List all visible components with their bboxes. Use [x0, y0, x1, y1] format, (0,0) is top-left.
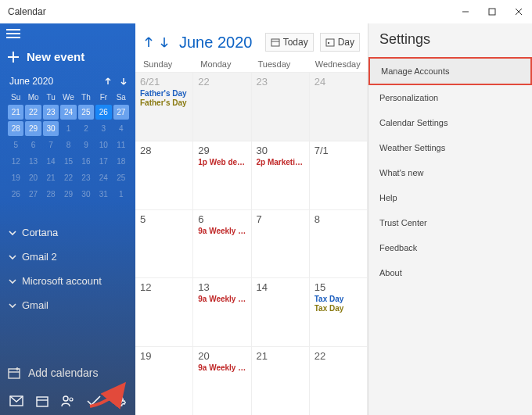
mini-day[interactable]: 12 — [8, 154, 23, 169]
calendar-account[interactable]: Gmail 2 — [5, 246, 131, 267]
mini-prev-button[interactable] — [104, 77, 112, 85]
mini-day[interactable]: 21 — [8, 105, 23, 120]
calendar-cell[interactable]: 21 — [252, 346, 310, 415]
mail-icon[interactable] — [9, 393, 24, 409]
calendar-cell[interactable]: 209a Weekly tear — [193, 346, 251, 415]
mini-day[interactable]: 26 — [8, 187, 23, 202]
mini-day[interactable]: 10 — [95, 138, 111, 152]
mini-day[interactable]: 29 — [25, 121, 41, 136]
calendar-cell[interactable]: 14 — [252, 277, 310, 346]
settings-item[interactable]: About — [368, 260, 532, 285]
add-calendars-button[interactable]: Add calendars — [0, 359, 135, 387]
current-month-label[interactable]: June 2020 — [179, 34, 252, 52]
calendar-event[interactable]: Father's Day — [140, 98, 188, 107]
mini-day[interactable]: 24 — [95, 170, 111, 185]
calendar-cell[interactable]: 6/21Father's DayFather's Day — [135, 72, 193, 141]
mini-day[interactable]: 8 — [60, 138, 76, 152]
mini-day[interactable]: 13 — [25, 154, 41, 169]
settings-item[interactable]: Weather Settings — [368, 135, 532, 160]
mini-day[interactable]: 28 — [8, 121, 23, 136]
todo-icon[interactable] — [86, 393, 102, 409]
mini-day[interactable]: 7 — [43, 138, 59, 152]
calendar-event[interactable]: 9a Weekly tear — [198, 227, 246, 235]
calendar-cell[interactable]: 69a Weekly tear — [193, 209, 251, 278]
next-period-button[interactable] — [159, 36, 170, 48]
calendar-cell[interactable]: 24 — [310, 72, 368, 141]
mini-day[interactable]: 29 — [60, 187, 76, 202]
new-event-button[interactable]: New event — [0, 47, 135, 74]
today-button[interactable]: Today — [265, 33, 314, 52]
hamburger-button[interactable] — [0, 23, 135, 47]
settings-item[interactable]: Trust Center — [368, 210, 532, 235]
mini-day[interactable]: 20 — [25, 170, 41, 185]
calendar-event[interactable]: Father's Day — [140, 89, 188, 98]
calendar-cell[interactable]: 7/1 — [310, 141, 368, 209]
calendar-account[interactable]: Cortana — [5, 222, 131, 243]
close-button[interactable] — [505, 0, 532, 23]
mini-day[interactable]: 24 — [60, 105, 76, 120]
mini-day[interactable]: 5 — [8, 138, 23, 152]
calendar-event[interactable]: Tax Day — [315, 295, 362, 303]
mini-day[interactable]: 18 — [113, 154, 129, 169]
mini-day[interactable]: 3 — [95, 121, 111, 136]
mini-day[interactable]: 23 — [78, 170, 94, 185]
calendar-account[interactable]: Microsoft account — [5, 270, 131, 292]
settings-item[interactable]: Personalization — [368, 85, 532, 110]
day-view-button[interactable]: Day — [320, 33, 360, 52]
settings-item[interactable]: Calendar Settings — [368, 110, 532, 135]
calendar-cell[interactable]: 28 — [135, 141, 193, 209]
mini-day[interactable]: 17 — [95, 154, 111, 169]
mini-day[interactable]: 28 — [43, 187, 59, 202]
mini-day[interactable]: 14 — [43, 154, 59, 169]
calendar-cell[interactable]: 291p Web design — [193, 141, 251, 209]
mini-day[interactable]: 6 — [25, 138, 41, 152]
mini-day[interactable]: 22 — [25, 105, 41, 120]
mini-day[interactable]: 1 — [60, 121, 76, 136]
settings-item[interactable]: Manage Accounts — [368, 57, 532, 85]
calendar-cell[interactable]: 22 — [193, 72, 251, 141]
mini-day[interactable]: 27 — [113, 105, 129, 120]
calendar-cell[interactable]: 5 — [135, 209, 193, 278]
prev-period-button[interactable] — [143, 36, 154, 48]
mini-day[interactable]: 25 — [113, 170, 129, 185]
calendar-event[interactable]: 9a Weekly tear — [198, 295, 246, 303]
mini-day[interactable]: 11 — [113, 138, 129, 152]
mini-day[interactable]: 9 — [78, 138, 94, 152]
mini-day[interactable]: 31 — [95, 187, 111, 202]
calendar-cell[interactable]: 12 — [135, 277, 193, 346]
calendar-event[interactable]: 9a Weekly tear — [198, 363, 246, 372]
people-icon[interactable] — [60, 393, 76, 409]
mini-day[interactable]: 19 — [8, 170, 23, 185]
calendar-event[interactable]: 2p Marketing c — [257, 158, 304, 166]
mini-day[interactable]: 30 — [43, 121, 59, 136]
minimize-button[interactable] — [452, 0, 479, 23]
calendar-cell[interactable]: 23 — [252, 72, 310, 141]
calendar-icon[interactable] — [34, 393, 50, 409]
mini-day[interactable]: 30 — [78, 187, 94, 202]
calendar-cell[interactable]: 7 — [252, 209, 310, 278]
settings-gear-icon[interactable] — [112, 393, 128, 409]
calendar-cell[interactable]: 302p Marketing c — [252, 141, 310, 209]
maximize-button[interactable] — [479, 0, 505, 23]
mini-day[interactable]: 26 — [95, 105, 111, 120]
mini-day[interactable]: 23 — [43, 105, 59, 120]
calendar-cell[interactable]: 139a Weekly tear — [193, 277, 251, 346]
calendar-event[interactable]: Tax Day — [315, 304, 362, 313]
mini-day[interactable]: 1 — [113, 187, 129, 202]
mini-day[interactable]: 2 — [78, 121, 94, 136]
mini-day[interactable]: 27 — [25, 187, 41, 202]
calendar-cell[interactable]: 15Tax DayTax Day — [310, 277, 368, 346]
calendar-cell[interactable]: 22 — [310, 346, 368, 415]
settings-item[interactable]: Feedback — [368, 235, 532, 260]
mini-day[interactable]: 21 — [43, 170, 59, 185]
settings-item[interactable]: Help — [368, 185, 532, 210]
settings-item[interactable]: What's new — [368, 160, 532, 185]
mini-day[interactable]: 4 — [113, 121, 129, 136]
calendar-cell[interactable]: 19 — [135, 346, 193, 415]
mini-day[interactable]: 25 — [78, 105, 94, 120]
mini-day[interactable]: 22 — [60, 170, 76, 185]
mini-day[interactable]: 15 — [60, 154, 76, 169]
calendar-cell[interactable]: 8 — [310, 209, 368, 278]
mini-day[interactable]: 16 — [78, 154, 94, 169]
calendar-event[interactable]: 1p Web design — [198, 158, 246, 166]
